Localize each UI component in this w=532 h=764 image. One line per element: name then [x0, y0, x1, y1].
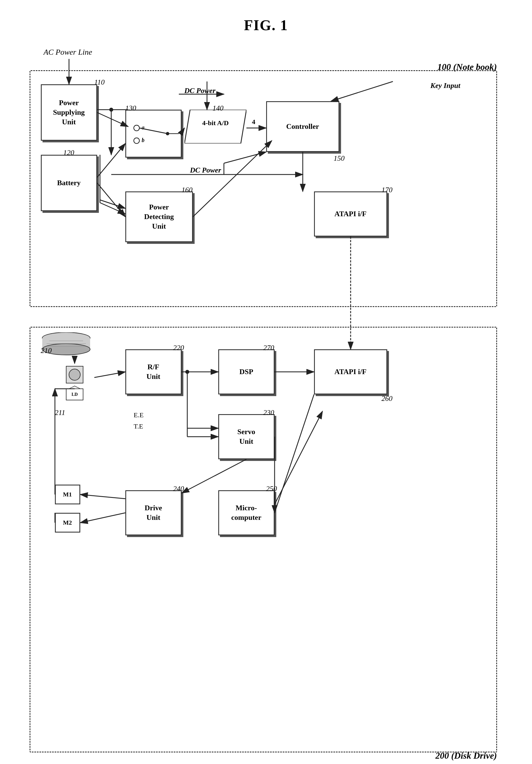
svg-point-2	[134, 138, 139, 143]
ref-170: 170	[382, 186, 393, 194]
microcomputer-box: Micro- computer	[218, 490, 275, 535]
ac-power-line-label: AC Power Line	[44, 48, 92, 57]
optical-pickup: LD	[55, 361, 94, 411]
drive-unit-box: Drive Unit	[125, 490, 182, 535]
page-title: FIG. 1	[0, 0, 532, 45]
power-supplying-unit-box: Power Supplying Unit	[41, 84, 97, 141]
svg-text:a: a	[142, 124, 145, 130]
svg-line-4	[139, 128, 168, 134]
ref-230: 230	[263, 409, 274, 417]
te-label: T.E	[134, 423, 143, 430]
ref-140: 140	[212, 104, 224, 112]
battery-box: Battery	[41, 155, 97, 211]
atapi-if-top-box: ATAPI i/F	[314, 191, 387, 237]
ref-220: 220	[173, 344, 184, 352]
ref-270: 270	[263, 344, 274, 352]
svg-text:LD: LD	[71, 392, 77, 397]
svg-point-16	[69, 369, 80, 380]
ref-150: 150	[334, 154, 345, 163]
ref-130: 130	[125, 104, 136, 112]
servo-unit-box: Servo Unit	[218, 414, 275, 459]
ee-label: E.E	[134, 411, 144, 419]
atapi-if-bottom-box: ATAPI i/F	[314, 349, 387, 394]
controller-box: Controller	[266, 101, 339, 152]
ref-260: 260	[382, 394, 393, 403]
ref-240: 240	[173, 484, 184, 493]
ref-210: 210	[41, 346, 52, 355]
svg-point-0	[134, 125, 139, 131]
svg-marker-7	[185, 110, 246, 143]
rf-unit-box: R/F Unit	[125, 349, 182, 394]
m1-box: M1	[55, 484, 80, 504]
power-detecting-unit-box: Power Detecting Unit	[125, 191, 193, 242]
dsp-box: DSP	[218, 349, 275, 394]
switch-box: a b	[125, 110, 182, 158]
ref-120: 120	[64, 148, 74, 157]
ref-250: 250	[266, 484, 277, 493]
num-4-label: 4	[252, 118, 255, 126]
ref-160: 160	[182, 186, 193, 194]
m2-box: M2	[55, 513, 80, 532]
dc-power-label-1: DC Power	[185, 87, 216, 95]
key-input-label: Key Input	[430, 82, 460, 90]
adc-box-wrapper: 4-bit A/D	[185, 110, 246, 143]
dc-power-label-2: DC Power	[190, 166, 221, 174]
ref-110: 110	[94, 78, 105, 87]
ref-211: 211	[55, 409, 66, 417]
svg-marker-19	[69, 386, 80, 389]
svg-text:b: b	[142, 137, 145, 143]
notebook-system-box	[30, 70, 497, 307]
svg-text:4-bit A/D: 4-bit A/D	[202, 119, 228, 126]
